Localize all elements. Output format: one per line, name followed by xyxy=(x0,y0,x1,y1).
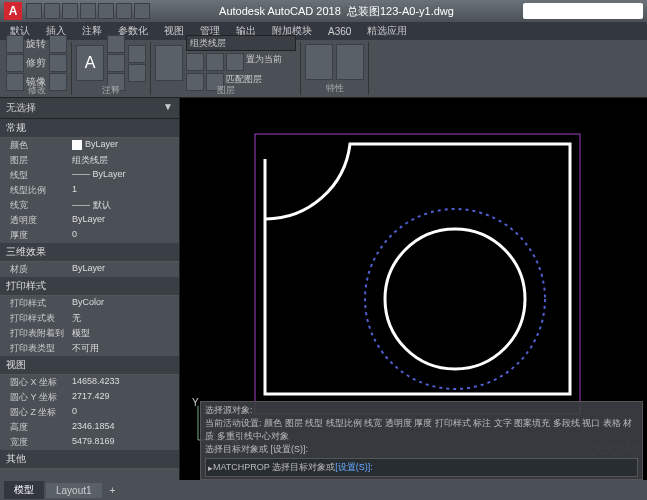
command-options[interactable]: [设置(S)]: xyxy=(335,461,373,474)
ribbon: 旋转 修剪 镜像 修改 A 注释 组类线层 置为当前 匹配图层 图层 xyxy=(0,40,647,98)
add-layout-button[interactable]: + xyxy=(104,485,122,496)
properties-palette: 无选择 ▼ 常规 颜色ByLayer图层组类线层线型—— ByLayer线型比例… xyxy=(0,98,180,480)
layer-off-icon[interactable] xyxy=(186,53,204,71)
layer-properties-button[interactable] xyxy=(155,45,183,81)
properties-button[interactable] xyxy=(336,44,364,80)
app-logo[interactable]: A xyxy=(4,2,22,20)
ribbon-group-annotate: A 注释 xyxy=(72,42,151,95)
layer-freeze-icon[interactable] xyxy=(206,53,224,71)
copy-icon[interactable] xyxy=(6,54,24,72)
prop-row[interactable]: 打印表类型不可用 xyxy=(0,341,179,356)
prop-row[interactable]: 圆心 Z 坐标0 xyxy=(0,405,179,420)
prop-row[interactable]: 材质ByLayer xyxy=(0,262,179,277)
rotate-icon[interactable] xyxy=(6,35,24,53)
tab-annotate[interactable]: 注释 xyxy=(76,22,108,40)
prop-row[interactable]: 圆心 X 坐标14658.4233 xyxy=(0,375,179,390)
cmd-line-2: 当前活动设置: 颜色 图层 线型 线型比例 线宽 透明度 厚度 打印样式 标注 … xyxy=(205,417,638,443)
prop-row[interactable]: 线型比例1 xyxy=(0,183,179,198)
prop-row[interactable]: 线宽—— 默认 xyxy=(0,198,179,213)
qat-redo-icon[interactable] xyxy=(134,3,150,19)
layer-dropdown[interactable]: 组类线层 xyxy=(186,35,296,51)
tab-a360[interactable]: A360 xyxy=(322,24,357,39)
filter-dropdown-icon[interactable]: ▼ xyxy=(163,101,173,115)
array-icon[interactable] xyxy=(49,54,67,72)
prop-row[interactable]: 圆心 Y 坐标2717.429 xyxy=(0,390,179,405)
ribbon-group-layers: 组类线层 置为当前 匹配图层 图层 xyxy=(151,42,301,95)
tab-model[interactable]: 模型 xyxy=(4,481,44,499)
qat-plot-icon[interactable] xyxy=(98,3,114,19)
command-prompt-text: MATCHPROP 选择目标对象或 xyxy=(213,461,335,474)
match-props-button[interactable] xyxy=(305,44,333,80)
prop-row[interactable]: 图层组类线层 xyxy=(0,153,179,168)
window-title: Autodesk AutoCAD 2018 总装图123-A0-y1.dwg xyxy=(150,4,523,19)
ribbon-group-properties: 特性 xyxy=(301,42,369,95)
section-general[interactable]: 常规 xyxy=(0,119,179,138)
selection-filter[interactable]: 无选择 xyxy=(6,101,36,115)
trim-label: 修剪 xyxy=(26,56,46,70)
prop-row[interactable]: 颜色ByLayer xyxy=(0,138,179,153)
properties-panel-label: 特性 xyxy=(305,82,364,95)
annotate-panel-label: 注释 xyxy=(76,84,146,97)
layout-tabs: 模型 Layout1 + xyxy=(0,480,647,500)
dim-angular-icon[interactable] xyxy=(128,45,146,63)
section-3d[interactable]: 三维效果 xyxy=(0,243,179,262)
qat-open-icon[interactable] xyxy=(44,3,60,19)
dim-radius-icon[interactable] xyxy=(128,64,146,82)
svg-text:Y: Y xyxy=(192,398,199,408)
rotate-label: 旋转 xyxy=(26,37,46,51)
ribbon-tabs: 默认 插入 注释 参数化 视图 管理 输出 附加模块 A360 精选应用 xyxy=(0,22,647,40)
layers-panel-label: 图层 xyxy=(155,84,296,97)
layer-lock-icon[interactable] xyxy=(226,53,244,71)
ribbon-group-modify: 旋转 修剪 镜像 修改 xyxy=(2,42,72,95)
dim-linear-icon[interactable] xyxy=(107,35,125,53)
dim-leader-icon[interactable] xyxy=(107,54,125,72)
text-button[interactable]: A xyxy=(76,45,104,81)
prop-row[interactable]: 透明度ByLayer xyxy=(0,213,179,228)
prop-row[interactable]: 厚度0 xyxy=(0,228,179,243)
qat-new-icon[interactable] xyxy=(26,3,42,19)
title-bar: A Autodesk AutoCAD 2018 总装图123-A0-y1.dwg xyxy=(0,0,647,22)
prop-row[interactable]: 打印样式ByColor xyxy=(0,296,179,311)
command-input[interactable]: ▸ MATCHPROP 选择目标对象或 [设置(S)]: xyxy=(205,458,638,477)
cmd-line-3: 选择目标对象或 [设置(S)]: xyxy=(205,443,638,456)
modify-panel-label: 修改 xyxy=(6,84,67,97)
prop-row[interactable]: 高度2346.1854 xyxy=(0,420,179,435)
tab-layout1[interactable]: Layout1 xyxy=(46,483,102,498)
help-search-input[interactable] xyxy=(523,3,643,19)
qat-saveas-icon[interactable] xyxy=(80,3,96,19)
tab-featured[interactable]: 精选应用 xyxy=(361,22,413,40)
quick-access-toolbar xyxy=(26,3,150,19)
svg-point-2 xyxy=(365,209,545,389)
section-plot[interactable]: 打印样式 xyxy=(0,277,179,296)
cmd-line-1: 选择源对象: xyxy=(205,404,638,417)
prop-row[interactable]: 宽度5479.8169 xyxy=(0,435,179,450)
command-history: 选择源对象: 当前活动设置: 颜色 图层 线型 线型比例 线宽 透明度 厚度 打… xyxy=(200,401,643,480)
prop-row[interactable]: 线型—— ByLayer xyxy=(0,168,179,183)
section-misc[interactable]: 其他 xyxy=(0,450,179,469)
prop-row[interactable]: 打印表附着到模型 xyxy=(0,326,179,341)
prop-row[interactable]: 打印样式表无 xyxy=(0,311,179,326)
qat-save-icon[interactable] xyxy=(62,3,78,19)
qat-undo-icon[interactable] xyxy=(116,3,132,19)
section-view[interactable]: 视图 xyxy=(0,356,179,375)
svg-rect-0 xyxy=(255,134,580,414)
fillet-icon[interactable] xyxy=(49,35,67,53)
set-current-label[interactable]: 置为当前 xyxy=(246,53,282,71)
svg-point-1 xyxy=(385,229,525,369)
